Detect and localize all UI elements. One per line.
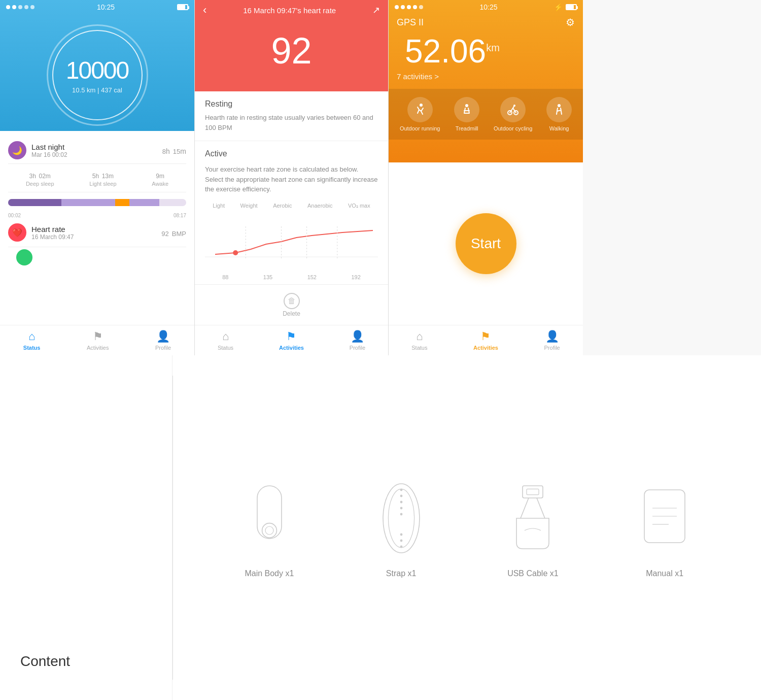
- phone3-nav-label-status: Status: [411, 345, 427, 351]
- phone1-clock: 10:25: [97, 3, 115, 11]
- phone3-nav-profile[interactable]: 👤 Profile: [544, 330, 560, 351]
- step-count: 10000: [66, 56, 128, 84]
- usb-cable-label: USB Cable x1: [507, 569, 559, 578]
- running-label: Outdoor running: [400, 125, 440, 131]
- phone1-bottom: 🌙 Last night Mar 16 00:02 8h 15m: [0, 131, 194, 325]
- treadmill-label: Treadmill: [456, 125, 478, 131]
- light-sleep-label: Light sleep: [89, 181, 116, 187]
- phone3-nav-status[interactable]: ⌂ Status: [411, 330, 427, 351]
- phone3-status-icons: ⚡: [554, 3, 577, 11]
- phone2-nav-profile[interactable]: 👤 Profile: [350, 330, 365, 351]
- phone1-status-bar: 10:25: [0, 0, 194, 14]
- home-icon-2: ⌂: [222, 330, 229, 343]
- light-sleep-segment: [61, 199, 159, 206]
- p3dot2: [401, 5, 405, 9]
- gps-title: GPS II: [397, 17, 424, 28]
- nav-label-profile: Profile: [155, 345, 171, 351]
- delete-label: Delete: [283, 310, 300, 317]
- svg-point-19: [400, 501, 402, 503]
- phone1-status-icons: [177, 4, 188, 10]
- cycling-label: Outdoor cycling: [494, 125, 532, 131]
- person-icon: 👤: [156, 330, 170, 343]
- svg-rect-25: [523, 486, 543, 498]
- walking-label: Walking: [549, 125, 569, 131]
- manual-svg: [624, 478, 705, 559]
- phone3-battery: [566, 4, 577, 10]
- phone3-nav-label-activities: Activities: [473, 345, 498, 351]
- share-button[interactable]: ↗: [372, 5, 380, 16]
- sleep-end-time: 08:17: [174, 213, 186, 218]
- svg-rect-12: [257, 486, 282, 539]
- accessory-manual: Manual x1: [624, 478, 705, 578]
- accessory-strap: Strap x1: [361, 478, 442, 578]
- partial-item: [8, 247, 186, 267]
- svg-point-21: [400, 513, 402, 515]
- zone-labels: Light Weight Aerobic Anaerobic VO₂ max: [205, 203, 378, 209]
- sleep-section[interactable]: 🌙 Last night Mar 16 00:02 8h 15m: [8, 137, 186, 164]
- sleep-info: Last night Mar 16 00:02: [31, 143, 162, 158]
- zone-aerobic: Aerobic: [273, 203, 292, 209]
- hr-section[interactable]: ❤️ Heart rate 16 March 09:47 92 BMP: [8, 218, 186, 247]
- back-button[interactable]: ‹: [203, 4, 206, 17]
- svg-point-6: [420, 104, 423, 107]
- zone-vo2: VO₂ max: [348, 203, 370, 209]
- accessories-panel: Main Body x1: [173, 355, 761, 700]
- flag-icon-2: ⚑: [286, 330, 296, 343]
- active-block: Active Your exercise heart rate zone is …: [195, 141, 388, 284]
- deep-sleep-label: Deep sleep: [26, 181, 54, 187]
- hr-value: 92 BMP: [161, 226, 186, 239]
- nav-item-profile[interactable]: 👤 Profile: [155, 330, 171, 351]
- hr-big-number: 92: [271, 30, 312, 72]
- hr-date: 16 March 09:47: [31, 234, 161, 241]
- phone2-nav-label-profile: Profile: [350, 345, 365, 351]
- flag-icon: ⚑: [93, 330, 103, 343]
- walking-icon-circle: [546, 97, 572, 122]
- svg-point-24: [400, 545, 402, 548]
- phone3-signal: [395, 5, 423, 9]
- person-icon-3: 👤: [545, 330, 559, 343]
- nav-item-status[interactable]: ⌂ Status: [23, 330, 41, 351]
- activity-cycling[interactable]: Outdoor cycling: [494, 97, 532, 131]
- content-title: Content: [20, 653, 152, 670]
- phone2-header: ‹ 16 March 09:47's heart rate ↗ 92: [195, 0, 388, 91]
- activity-outdoor-running[interactable]: Outdoor running: [400, 97, 440, 131]
- deep-sleep-item: 3h 02m Deep sleep: [26, 169, 54, 187]
- deep-sleep-segment: [8, 199, 61, 206]
- gps-distance-container: 52.06km: [389, 32, 583, 70]
- phone2-nav: ⌂ Status ⚑ Activities 👤 Profile: [195, 325, 388, 355]
- usb-cable-svg: [492, 478, 573, 559]
- activities-link[interactable]: 7 activities >: [389, 70, 583, 89]
- dot2: [12, 5, 16, 9]
- light-sleep-value: 5h 13m: [89, 169, 116, 181]
- bpm-88: 88: [222, 274, 228, 280]
- activity-treadmill[interactable]: Treadmill: [454, 97, 479, 131]
- p3dot3: [407, 5, 411, 9]
- svg-point-16: [388, 489, 414, 547]
- sleep-bar: [8, 199, 186, 206]
- dot4: [24, 5, 28, 9]
- home-icon: ⌂: [28, 330, 35, 343]
- resting-block: Resting Hearth rate in resting state usu…: [195, 91, 388, 141]
- phone2-nav-activities[interactable]: ⚑ Activities: [279, 330, 304, 351]
- svg-line-27: [521, 498, 529, 518]
- deep-sleep-value: 3h 02m: [26, 169, 54, 181]
- bluetooth-icon: ⚡: [554, 3, 563, 11]
- settings-icon[interactable]: ⚙: [566, 16, 575, 28]
- delete-button[interactable]: 🗑 Delete: [283, 293, 300, 317]
- battery-fill: [178, 5, 185, 9]
- svg-rect-26: [527, 489, 539, 494]
- nav-item-activities[interactable]: ⚑ Activities: [87, 330, 109, 351]
- phone2-navbar: ‹ 16 March 09:47's heart rate ↗: [195, 0, 388, 20]
- spacer: [583, 0, 761, 355]
- phone3-nav-activities[interactable]: ⚑ Activities: [473, 330, 498, 351]
- phone2-nav-status[interactable]: ⌂ Status: [218, 330, 233, 351]
- p3dot4: [413, 5, 417, 9]
- svg-point-1: [233, 250, 238, 255]
- sleep-start-time: 00:02: [8, 213, 21, 218]
- svg-point-11: [558, 104, 561, 107]
- nav-label-activities: Activities: [87, 345, 109, 351]
- activity-walking[interactable]: Walking: [546, 97, 572, 131]
- start-button[interactable]: Start: [456, 213, 516, 274]
- battery-icon: [177, 4, 188, 10]
- svg-point-22: [400, 533, 402, 536]
